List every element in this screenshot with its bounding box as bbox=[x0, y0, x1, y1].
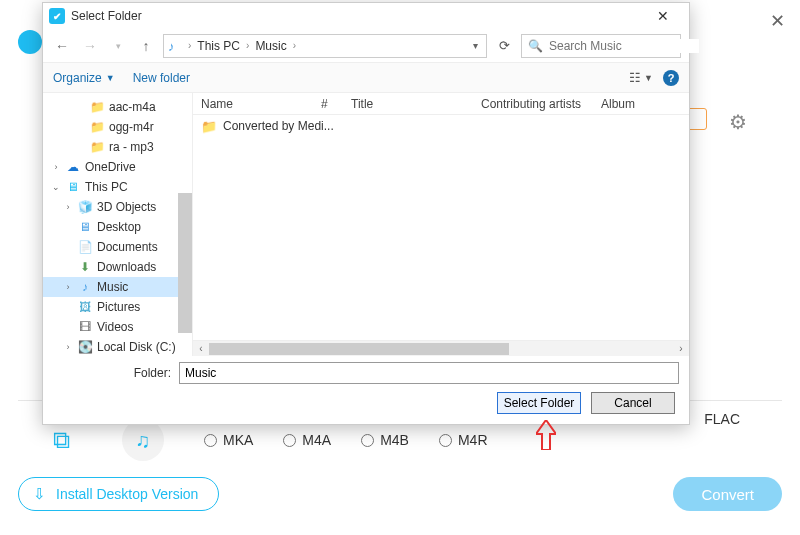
breadcrumb-seg[interactable]: This PC bbox=[197, 39, 240, 53]
search-box[interactable]: 🔍 bbox=[521, 34, 681, 58]
col-title[interactable]: Title bbox=[343, 97, 473, 111]
chevron-right-icon: › bbox=[186, 40, 193, 51]
install-label: Install Desktop Version bbox=[56, 486, 198, 502]
chevron-right-icon[interactable]: › bbox=[63, 342, 73, 352]
close-icon[interactable]: ✕ bbox=[643, 8, 683, 24]
tree-item-onedrive[interactable]: ›☁OneDrive bbox=[43, 157, 192, 177]
col-album[interactable]: Album bbox=[593, 97, 689, 111]
status-rect-icon bbox=[687, 108, 707, 130]
col-name[interactable]: Name bbox=[193, 97, 313, 111]
music-note-icon: ♫ bbox=[122, 419, 164, 461]
list-item[interactable]: 📁 Converted by Medi... bbox=[193, 115, 689, 137]
breadcrumb-seg[interactable]: Music bbox=[255, 39, 286, 53]
app-logo bbox=[18, 30, 42, 54]
tree-label: Documents bbox=[97, 240, 158, 254]
music-folder-icon: ♪ bbox=[168, 39, 182, 53]
format-m4r[interactable]: M4R bbox=[439, 432, 488, 448]
col-num[interactable]: # bbox=[313, 97, 343, 111]
monitor-icon: 🖥 bbox=[65, 180, 81, 194]
desktop-icon: 🖥 bbox=[77, 220, 93, 234]
titlebar: ✔ Select Folder ✕ bbox=[43, 3, 689, 29]
tree-item-ogg-m4r[interactable]: 📁ogg-m4r bbox=[43, 117, 192, 137]
app-icon: ✔ bbox=[49, 8, 65, 24]
gear-icon[interactable]: ⚙ bbox=[729, 110, 747, 134]
disk-icon: 💽 bbox=[77, 340, 93, 354]
select-folder-button[interactable]: Select Folder bbox=[497, 392, 581, 414]
folder-name-label: Folder: bbox=[53, 366, 173, 380]
install-desktop-button[interactable]: ⇩ Install Desktop Version bbox=[18, 477, 219, 511]
tree-label: Music bbox=[97, 280, 128, 294]
format-mka[interactable]: MKA bbox=[204, 432, 253, 448]
tree-item-music[interactable]: ›♪Music bbox=[43, 277, 192, 297]
view-options-button[interactable]: ☷ ▼ bbox=[629, 70, 653, 85]
tree-label: 3D Objects bbox=[97, 200, 156, 214]
search-input[interactable] bbox=[549, 39, 699, 53]
column-headers[interactable]: Name # Title Contributing artists Album bbox=[193, 93, 689, 115]
format-row: ⧉ ♫ MKA M4A M4B M4R bbox=[100, 419, 488, 461]
tree-label: This PC bbox=[85, 180, 128, 194]
tree-label: OneDrive bbox=[85, 160, 136, 174]
tree-item-downloads[interactable]: ⬇Downloads bbox=[43, 257, 192, 277]
convert-button[interactable]: Convert bbox=[673, 477, 782, 511]
folder-icon: 📁 bbox=[89, 100, 105, 114]
recent-dropdown-icon[interactable]: ▾ bbox=[107, 35, 129, 57]
pictures-icon: 🖼 bbox=[77, 300, 93, 314]
organize-menu[interactable]: Organize ▼ bbox=[53, 71, 115, 85]
scroll-thumb[interactable] bbox=[209, 343, 509, 355]
refresh-icon[interactable]: ⟳ bbox=[493, 35, 515, 57]
objects3d-icon: 🧊 bbox=[77, 200, 93, 214]
scroll-left-icon[interactable]: ‹ bbox=[193, 343, 209, 354]
tree-item-desktop[interactable]: 🖥Desktop bbox=[43, 217, 192, 237]
folder-tree[interactable]: 📁aac-m4a 📁ogg-m4r 📁ra - mp3 ›☁OneDrive ⌄… bbox=[43, 93, 193, 356]
up-icon[interactable]: ↑ bbox=[135, 35, 157, 57]
help-icon[interactable]: ? bbox=[663, 70, 679, 86]
tree-label: ogg-m4r bbox=[109, 120, 154, 134]
new-folder-button[interactable]: New folder bbox=[133, 71, 190, 85]
chevron-down-icon[interactable]: ▾ bbox=[469, 40, 482, 51]
tree-item-local-disk[interactable]: ›💽Local Disk (C:) bbox=[43, 337, 192, 356]
chevron-right-icon[interactable]: › bbox=[63, 282, 73, 292]
back-icon[interactable]: ← bbox=[51, 35, 73, 57]
tree-item-ra-mp3[interactable]: 📁ra - mp3 bbox=[43, 137, 192, 157]
tree-item-videos[interactable]: 🎞Videos bbox=[43, 317, 192, 337]
format-m4b[interactable]: M4B bbox=[361, 432, 409, 448]
chevron-right-icon[interactable]: › bbox=[63, 202, 73, 212]
app-close-icon[interactable]: ✕ bbox=[770, 10, 785, 32]
format-label: MKA bbox=[223, 432, 253, 448]
tree-item-aac-m4a[interactable]: 📁aac-m4a bbox=[43, 97, 192, 117]
tree-item-this-pc[interactable]: ⌄🖥This PC bbox=[43, 177, 192, 197]
forward-icon[interactable]: → bbox=[79, 35, 101, 57]
tree-scrollbar[interactable] bbox=[178, 193, 192, 333]
format-label-flac: FLAC bbox=[704, 411, 740, 427]
horizontal-scrollbar[interactable]: ‹ › bbox=[193, 340, 689, 356]
tree-label: Local Disk (C:) bbox=[97, 340, 176, 354]
col-artists[interactable]: Contributing artists bbox=[473, 97, 593, 111]
folder-name-input[interactable] bbox=[179, 362, 679, 384]
cancel-button[interactable]: Cancel bbox=[591, 392, 675, 414]
chevron-right-icon[interactable]: › bbox=[51, 162, 61, 172]
video-icon: ⧉ bbox=[40, 419, 82, 461]
documents-icon: 📄 bbox=[77, 240, 93, 254]
tree-label: ra - mp3 bbox=[109, 140, 154, 154]
tree-item-pictures[interactable]: 🖼Pictures bbox=[43, 297, 192, 317]
file-list[interactable]: 📁 Converted by Medi... bbox=[193, 115, 689, 340]
folder-icon: 📁 bbox=[89, 120, 105, 134]
format-m4a[interactable]: M4A bbox=[283, 432, 331, 448]
format-label: M4B bbox=[380, 432, 409, 448]
tree-item-3d-objects[interactable]: ›🧊3D Objects bbox=[43, 197, 192, 217]
folder-icon: 📁 bbox=[89, 140, 105, 154]
chevron-down-icon: ▼ bbox=[106, 73, 115, 83]
scroll-right-icon[interactable]: › bbox=[673, 343, 689, 354]
tree-label: Downloads bbox=[97, 260, 156, 274]
chevron-right-icon: › bbox=[244, 40, 251, 51]
chevron-down-icon[interactable]: ⌄ bbox=[51, 182, 61, 192]
breadcrumb[interactable]: ♪ › This PC › Music › ▾ bbox=[163, 34, 487, 58]
search-icon: 🔍 bbox=[528, 39, 543, 53]
chevron-right-icon: › bbox=[291, 40, 298, 51]
nav-row: ← → ▾ ↑ ♪ › This PC › Music › ▾ ⟳ 🔍 bbox=[43, 29, 689, 63]
format-label: M4A bbox=[302, 432, 331, 448]
tree-item-documents[interactable]: 📄Documents bbox=[43, 237, 192, 257]
tree-label: Videos bbox=[97, 320, 133, 334]
file-name: Converted by Medi... bbox=[223, 119, 334, 133]
tree-label: Pictures bbox=[97, 300, 140, 314]
